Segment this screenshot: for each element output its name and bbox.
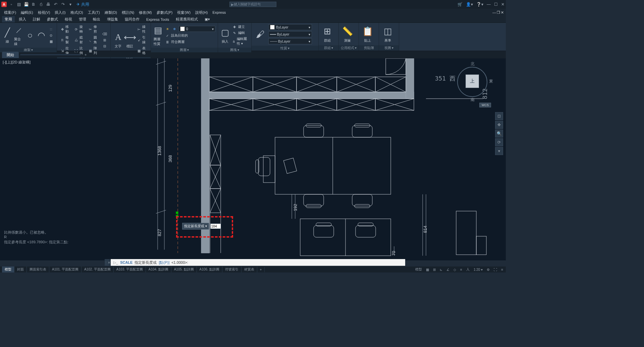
ribbon-tab-home[interactable]: 常用 bbox=[2, 16, 15, 22]
wcs-badge[interactable]: WCS bbox=[479, 103, 491, 107]
layout-tab[interactable]: A104. 點詳圖 bbox=[146, 266, 171, 272]
layer-props-button[interactable]: ▤圖層性質 bbox=[154, 24, 162, 46]
layer-match-button[interactable]: ≣符合圖層 bbox=[164, 39, 215, 45]
qat-save-icon[interactable]: 💾 bbox=[23, 2, 29, 7]
layout-tab[interactable]: 符號索引 bbox=[222, 266, 241, 272]
file-tab-add[interactable]: + bbox=[82, 52, 89, 57]
linetype-dropdown[interactable]: ─── ByLayer▾ bbox=[268, 38, 312, 44]
status-osnap-icon[interactable]: ◇ bbox=[453, 268, 457, 271]
layout-model[interactable]: 模型 bbox=[2, 266, 14, 272]
status-gear-icon[interactable]: ⚙ bbox=[486, 268, 490, 271]
status-max-icon[interactable]: ⛶ bbox=[493, 268, 498, 271]
qat-plot-icon[interactable]: 🖶 bbox=[46, 2, 51, 7]
cmdline-close-icon[interactable]: ⋮✕ bbox=[105, 259, 110, 266]
table-button[interactable]: ▦表格 bbox=[137, 46, 148, 56]
menu-edit[interactable]: 編輯(E) bbox=[19, 9, 35, 16]
status-model[interactable]: 模型 bbox=[415, 267, 423, 272]
doc-minimize-icon[interactable]: — bbox=[492, 10, 496, 14]
block-insert-button[interactable]: ▢插入 bbox=[221, 27, 229, 44]
layout-add[interactable]: + bbox=[257, 267, 265, 272]
group-button[interactable]: ⊞群組 bbox=[321, 26, 333, 43]
layer-icon-2[interactable]: ❄ bbox=[171, 26, 177, 32]
layer-dropdown[interactable]: 0▾ bbox=[178, 26, 215, 32]
layout-tab[interactable]: 材質表 bbox=[241, 266, 257, 272]
trim-button[interactable]: ✂修剪 bbox=[88, 24, 100, 34]
panel-title-groups[interactable]: 群組 ▾ bbox=[319, 45, 338, 51]
color-dropdown[interactable]: ByLayer▾ bbox=[268, 24, 312, 30]
leader-button[interactable]: ↙引線 bbox=[137, 35, 148, 45]
title-search-input[interactable]: ▶ 鍵入關鍵字或語句 bbox=[229, 2, 276, 7]
status-ortho-icon[interactable]: ⊾ bbox=[439, 268, 443, 271]
ribbon-tab-insert[interactable]: 插入 bbox=[16, 16, 29, 22]
cart-icon[interactable]: 🛒 bbox=[458, 2, 463, 7]
panel-title-layers[interactable]: 圖層 ▾ bbox=[151, 48, 218, 52]
status-grid-icon[interactable]: ▦ bbox=[425, 268, 430, 271]
modify-icon-2[interactable]: ⊞ bbox=[102, 37, 108, 43]
ribbon-tab-addins[interactable]: 增益集 bbox=[104, 16, 121, 22]
status-custom-icon[interactable]: ≡ bbox=[500, 268, 504, 271]
status-polar-icon[interactable]: ∠ bbox=[446, 268, 450, 271]
grip-handle[interactable] bbox=[176, 215, 178, 217]
ribbon-tab-annotate[interactable]: 註解 bbox=[30, 16, 43, 22]
viewcube-south[interactable]: 南 bbox=[471, 97, 475, 103]
layer-icon-1[interactable]: ☀ bbox=[164, 26, 170, 32]
draw-misc-2[interactable]: ⊙ bbox=[48, 33, 54, 38]
qat-dropdown-icon[interactable]: ▾ bbox=[68, 2, 73, 7]
dynamic-input-field[interactable]: 184 bbox=[210, 224, 221, 229]
circle-button[interactable]: ○ bbox=[25, 29, 35, 41]
window-minimize-icon[interactable]: — bbox=[487, 2, 491, 7]
menu-modify[interactable]: 修改(M) bbox=[137, 9, 154, 16]
menu-insert[interactable]: 插入(I) bbox=[53, 9, 67, 16]
array-button[interactable]: ▦陣列 bbox=[88, 46, 100, 56]
menu-tools[interactable]: 工具(T) bbox=[86, 9, 102, 16]
layout-tab[interactable]: A102. 平面配置圖 bbox=[82, 266, 114, 272]
menu-format[interactable]: 格式(O) bbox=[68, 9, 85, 16]
linear-button[interactable]: ⊢線性 bbox=[137, 24, 148, 34]
move-button[interactable]: ✥移動 bbox=[60, 24, 72, 34]
status-scale[interactable]: 1:20 ▾ bbox=[473, 268, 483, 271]
cmdline-option[interactable]: [點(P)] bbox=[159, 260, 169, 265]
text-button[interactable]: A文字 bbox=[113, 31, 123, 49]
share-button[interactable]: ✈共用 bbox=[76, 2, 89, 7]
ribbon-tab-parametric[interactable]: 參數式 bbox=[44, 16, 61, 22]
menu-window[interactable]: 視窗(W) bbox=[175, 9, 193, 16]
window-maximize-icon[interactable]: ☐ bbox=[494, 2, 498, 7]
menu-parametric[interactable]: 參數式(P) bbox=[155, 9, 175, 16]
lineweight-dropdown[interactable]: ━━━ ByLayer▾ bbox=[268, 31, 312, 37]
nav-pan-icon[interactable]: ✥ bbox=[495, 121, 503, 129]
help-icon[interactable]: ❔▾ bbox=[476, 2, 483, 7]
qat-new-icon[interactable]: ▫ bbox=[9, 2, 14, 7]
rotate-button[interactable]: ⟳旋轉 bbox=[74, 24, 86, 34]
drawing-canvas[interactable]: [-][上][2D 線架構] 129 368 1368 827 bbox=[0, 58, 506, 260]
ribbon-tab-featured[interactable]: 精選應用程式 bbox=[173, 16, 201, 22]
qat-web-icon[interactable]: ⎙ bbox=[38, 2, 44, 7]
layout-tab[interactable]: A103. 平面配置圖 bbox=[114, 266, 146, 272]
doc-close-icon[interactable]: ✕ bbox=[501, 10, 504, 15]
nav-show-icon[interactable]: ▾ bbox=[495, 147, 503, 155]
nav-zoom-icon[interactable]: 🔍 bbox=[495, 130, 503, 138]
copy-button[interactable]: ⎘複製 bbox=[60, 35, 72, 45]
file-tab-start[interactable]: 開始 bbox=[2, 52, 19, 58]
dimension-button[interactable]: ⟷標註 bbox=[125, 31, 135, 49]
layer-current-button[interactable]: ✓設為目前的 bbox=[164, 33, 215, 38]
layout-tab[interactable]: 圖面索引表 bbox=[27, 266, 49, 272]
ribbon-tab-manage[interactable]: 管理 bbox=[76, 16, 89, 22]
block-attrs-button[interactable]: a編輯屬性 ▾ bbox=[231, 36, 249, 46]
layout-tab[interactable]: A106. 點詳圖 bbox=[197, 266, 222, 272]
user-icon[interactable]: 👤▾ bbox=[466, 2, 473, 7]
ribbon-tab-output[interactable]: 輸出 bbox=[90, 16, 103, 22]
menu-draw[interactable]: 繪製(D) bbox=[103, 9, 119, 16]
arc-button[interactable]: ◠ bbox=[37, 29, 46, 41]
block-create-button[interactable]: ✚建立 bbox=[231, 24, 249, 30]
paste-button[interactable]: 📋貼上 bbox=[362, 26, 374, 43]
line-button[interactable]: ╱線 bbox=[3, 27, 12, 44]
draw-misc-1[interactable]: ∷ bbox=[48, 27, 54, 32]
menu-dimension[interactable]: 標註(N) bbox=[120, 9, 136, 16]
layout-tab[interactable]: A101. 平面配置圖 bbox=[49, 266, 82, 272]
qat-open-icon[interactable]: ▤ bbox=[16, 2, 21, 7]
match-props-button[interactable]: 🖌 bbox=[254, 28, 266, 40]
modify-icon-3[interactable]: ⊟ bbox=[102, 43, 108, 49]
ribbon-tab-view[interactable]: 檢視 bbox=[62, 16, 75, 22]
qat-undo-icon[interactable]: ↶ bbox=[53, 2, 58, 7]
nav-fullnav-icon[interactable]: ⊡ bbox=[495, 112, 503, 120]
